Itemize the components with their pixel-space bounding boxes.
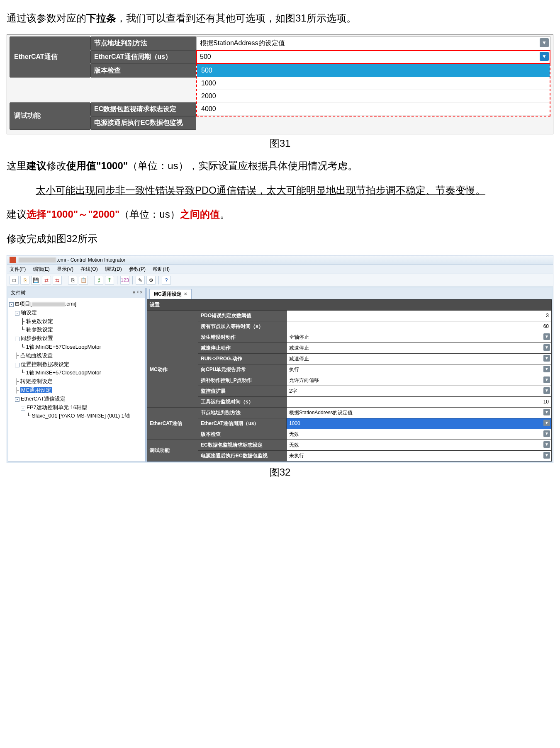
chevron-down-icon[interactable]: ▼ — [543, 430, 550, 437]
tab-mc-common[interactable]: MC通用设定× — [149, 289, 192, 299]
chevron-down-icon[interactable]: ▼ — [543, 333, 550, 340]
save-icon[interactable]: 💾 — [31, 276, 40, 285]
grid-label: PDO错误判定次数阈值 — [198, 310, 287, 321]
caption-31: 图31 — [7, 137, 553, 150]
paragraph-3: 太小可能出现同步非一致性错误导致PDO通信错误，太大可能明显地出现节拍步调不稳定… — [36, 182, 533, 199]
toolbar[interactable]: □ ⎘ 💾 ⇄ ⇆ ⎘ 📋 ⁒ ⤒ 123 ✎ ⚙ ? — [7, 274, 553, 287]
fig31-label-period: EtherCAT通信周期（us） — [90, 50, 196, 64]
edit-icon[interactable]: ✎ — [136, 276, 145, 285]
grid-value[interactable]: 执行▼ — [287, 364, 552, 375]
grid-value[interactable]: 1000▼ — [287, 418, 552, 429]
caption-32: 图32 — [7, 466, 553, 479]
figure-32: .cmi - Control Motion Integrator 文件(F) 编… — [7, 255, 553, 463]
menu-debug[interactable]: 调试(D) — [105, 266, 122, 272]
close-icon[interactable]: × — [184, 291, 187, 297]
grid-label: EtherCAT通信周期（us） — [198, 418, 287, 429]
fig31-dropdown-list[interactable]: 500 1000 2000 4000 — [196, 63, 550, 117]
settings-pane: MC通用设定× 设置 PDO错误判定次数阈值3所有节点加入等待时间（s）60MC… — [146, 288, 552, 462]
file-tree[interactable]: -⊟项目[.cmi] -轴设定 ├ 轴更改设定 └ 轴参数设定 -同步参数设置 … — [8, 298, 145, 424]
tree-torque[interactable]: 转矩控制设定 — [20, 378, 53, 384]
grid-value[interactable]: 2字▼ — [287, 386, 552, 396]
help-icon[interactable]: ? — [162, 276, 171, 285]
menu-param[interactable]: 参数(P) — [129, 266, 146, 272]
chevron-down-icon[interactable]: ▼ — [543, 376, 550, 383]
fig31-value-period[interactable]: 500 ▼ — [196, 50, 550, 64]
tree-slave001[interactable]: Slave_001 [YAKO MS-MINI3E] (001) 1轴 — [32, 413, 130, 419]
grid-label: 发生错误时动作 — [198, 332, 287, 342]
chevron-down-icon[interactable]: ▼ — [543, 366, 550, 372]
gear-icon[interactable]: ⚙ — [146, 276, 156, 285]
tree-axis[interactable]: 轴设定 — [21, 309, 37, 316]
chevron-down-icon[interactable]: ▼ — [543, 387, 550, 394]
file-tree-pane: 文件树▾ ᵡ × -⊟项目[.cmi] -轴设定 ├ 轴更改设定 └ 轴参数设定… — [8, 288, 146, 462]
grid-value[interactable]: 允许方向偏移▼ — [287, 375, 552, 386]
grid-value[interactable]: 减速停止▼ — [287, 342, 552, 353]
grid-value[interactable]: 减速停止▼ — [287, 353, 552, 364]
chevron-down-icon[interactable]: ▼ — [543, 420, 550, 426]
chevron-down-icon[interactable]: ▼ — [543, 355, 550, 362]
figure-31: EtherCAT通信 节点地址判别方法 EtherCAT通信周期（us） 版本检… — [7, 34, 553, 134]
fig31-option-2000[interactable]: 2000 — [197, 90, 550, 103]
tree-cam[interactable]: 凸轮曲线设置 — [20, 352, 53, 359]
window-titlebar: .cmi - Control Motion Integrator — [7, 255, 553, 265]
paste-icon[interactable]: 📋 — [79, 276, 88, 285]
tool-icon[interactable]: 123 — [120, 276, 129, 285]
app-icon — [10, 257, 16, 263]
tree-pos-axis1[interactable]: 1轴:Mini3E+57CloseLoopMotor — [26, 369, 101, 376]
paragraph-4: 建议选择"1000"～"2000"（单位：us）之间的值。 — [7, 206, 553, 223]
fig31-label-version: 版本检查 — [90, 64, 196, 78]
tree-pos[interactable]: 位置控制数据表设定 — [21, 361, 69, 367]
tool-icon[interactable]: ⁒ — [94, 276, 103, 285]
grid-label: RUN->PROG.动作 — [198, 353, 287, 364]
menu-online[interactable]: 在线(O) — [80, 266, 97, 272]
fig31-label-poweron-ec: 电源接通后执行EC数据包监视 — [90, 116, 196, 130]
grid-value[interactable]: 无效▼ — [287, 440, 552, 450]
chevron-down-icon[interactable]: ▼ — [540, 38, 549, 47]
menu-view[interactable]: 显示(V) — [57, 266, 73, 272]
grid-value: 3 — [287, 310, 552, 321]
fig31-value-node-addr[interactable]: 根据StationAddress的设定值 ▼ — [196, 36, 550, 50]
grid-label: 电源接通后执行EC数据包监视 — [198, 450, 287, 461]
grid-value[interactable]: 无效▼ — [287, 429, 552, 440]
chevron-down-icon[interactable]: ▼ — [543, 441, 550, 448]
chevron-down-icon[interactable]: ▼ — [543, 344, 550, 351]
tree-mc-common[interactable]: MC通用设定 — [20, 387, 52, 393]
chevron-down-icon[interactable]: ▼ — [540, 52, 549, 61]
fig31-option-500[interactable]: 500 — [197, 64, 550, 77]
copy-icon[interactable]: ⎘ — [68, 276, 77, 285]
menubar[interactable]: 文件(F) 编辑(E) 显示(V) 在线(O) 调试(D) 参数(P) 帮助(H… — [7, 265, 553, 274]
tree-fp7[interactable]: FP7运动控制单元 16轴型 — [27, 404, 87, 410]
grid-label: 向CPU单元报告异常 — [198, 364, 287, 375]
grid-label: 节点地址判别方法 — [198, 407, 287, 418]
tree-sync[interactable]: 同步参数设置 — [21, 335, 53, 341]
tool-icon[interactable]: ⇄ — [42, 276, 51, 285]
grid-value[interactable]: 未执行▼ — [287, 450, 552, 461]
menu-edit[interactable]: 编辑(E) — [33, 266, 50, 272]
tool-icon[interactable]: ⤒ — [105, 276, 114, 285]
new-icon[interactable]: □ — [10, 276, 19, 285]
chevron-down-icon[interactable]: ▼ — [543, 452, 550, 459]
menu-file[interactable]: 文件(F) — [10, 266, 26, 272]
blurred-filename — [19, 257, 56, 262]
grid-value: 60 — [287, 321, 552, 332]
open-icon[interactable]: ⎘ — [20, 276, 29, 285]
tree-axis-param[interactable]: 轴参数设定 — [26, 326, 53, 333]
tree-ethercat[interactable]: EtherCAT通信设定 — [21, 396, 66, 402]
menu-help[interactable]: 帮助(H) — [153, 266, 170, 272]
grid-label: 工具运行监视时间（s） — [198, 396, 287, 407]
grid-label: 插补动作控制_P点动作 — [198, 375, 287, 386]
paragraph-2: 这里建议修改使用值"1000"（单位：us），实际设置应根据具体使用情况考虑。 — [7, 158, 553, 175]
fig31-option-4000[interactable]: 4000 — [197, 103, 550, 116]
tool-icon[interactable]: ⇆ — [53, 276, 62, 285]
fig31-option-1000[interactable]: 1000 — [197, 77, 550, 90]
paragraph-5: 修改完成如图32所示 — [7, 231, 553, 248]
chevron-down-icon[interactable]: ▼ — [543, 409, 550, 415]
grid-value[interactable]: 根据StationAddress的设定值▼ — [287, 407, 552, 418]
settings-grid: 设置 PDO错误判定次数阈值3所有节点加入等待时间（s）60MC动作发生错误时动… — [147, 299, 552, 461]
tree-sync-axis1[interactable]: 1轴:Mini3E+57CloseLoopMotor — [26, 344, 101, 350]
grid-value: 10 — [287, 396, 552, 407]
grid-value[interactable]: 全轴停止▼ — [287, 332, 552, 342]
tree-axis-change[interactable]: 轴更改设定 — [26, 318, 53, 324]
grid-label: 减速停止动作 — [198, 342, 287, 353]
fig31-cat-ethercat: EtherCAT通信 — [10, 36, 90, 78]
